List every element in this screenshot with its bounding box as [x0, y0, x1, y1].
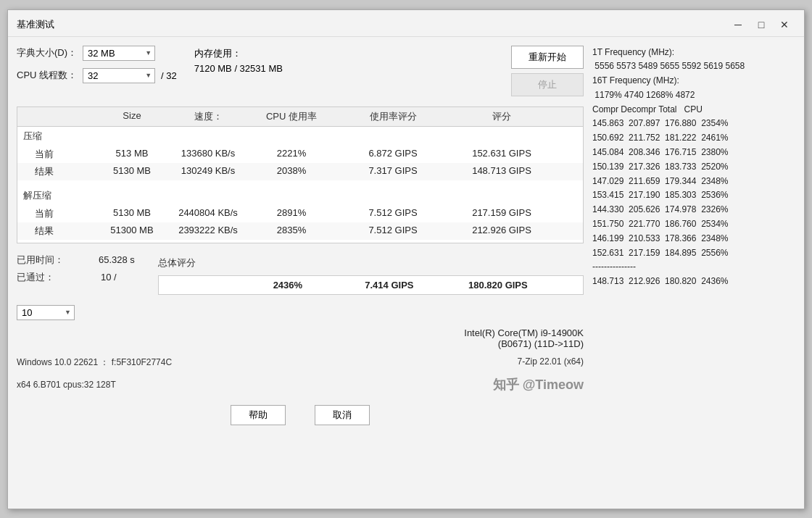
comp-result-cpu: 2038% [248, 165, 335, 178]
col-speed: 速度： [168, 110, 248, 123]
col-usage-rating: 使用率评分 [335, 110, 451, 123]
compression-header: 压缩 [17, 127, 583, 146]
total-usage-rating: 7.414 GIPS [331, 280, 447, 291]
col-headers: Compr Decompr Total CPU [592, 103, 795, 117]
col-rating: 评分 [451, 110, 552, 123]
bottom-buttons: 帮助 取消 [17, 405, 584, 425]
benchmark-row: 150.139 217.326 183.733 2520% [592, 160, 795, 175]
cpu-threads-select-wrapper: 32 16 8 [83, 68, 155, 83]
cpu-name: Intel(R) Core(TM) i9-14900K [17, 327, 584, 338]
decomp-result-size: 51300 MB [96, 225, 168, 238]
stop-button: 停止 [511, 73, 584, 96]
cpu-threads-group: CPU 线程数： 32 16 8 / 32 [17, 68, 177, 83]
window-controls: ─ □ ✕ [727, 16, 795, 33]
comp-result-speed: 130249 KB/s [168, 165, 248, 178]
benchmark-row: 145.863 207.897 176.880 2354% [592, 117, 795, 131]
cpu-name-area: Intel(R) Core(TM) i9-14900K (B0671) (11D… [17, 327, 584, 349]
os-info-row: Windows 10.0 22621 ： f:5F310F2774C 7-Zip… [17, 356, 584, 369]
passed-label: 已通过： [17, 271, 54, 284]
dict-select-wrapper: 32 MB 64 MB 128 MB [83, 46, 155, 61]
arch-row: x64 6.B701 cpus:32 128T 知乎 @Timeow [17, 376, 584, 393]
passed-stat: 已通过： 10 / [17, 271, 135, 284]
total-rating: 180.820 GIPS [447, 280, 549, 291]
help-button[interactable]: 帮助 [231, 405, 286, 425]
titlebar: 基准测试 ─ □ ✕ [8, 10, 804, 37]
comp-result-usage-rating: 7.317 GIPS [335, 165, 451, 178]
decomp-result-label: 结果 [23, 225, 96, 238]
right-data: 1T Frequency (MHz): 5556 5573 5489 5655 … [592, 46, 795, 290]
content-area: 字典大小(D)： 32 MB 64 MB 128 MB CPU 线程数： [8, 37, 804, 509]
benchmark-row: 152.631 217.159 184.895 2556% [592, 246, 795, 261]
decomp-result-usage-rating: 7.512 GIPS [335, 225, 451, 238]
freq-1t-values: 5556 5573 5489 5655 5592 5619 5658 [592, 59, 795, 74]
time-stat: 已用时间： 65.328 s [17, 254, 135, 267]
start-button[interactable]: 重新开始 [511, 46, 584, 69]
decomp-current-usage-rating: 7.512 GIPS [335, 207, 451, 220]
freq-16t-label: 16T Frequency (MHz): [592, 74, 795, 88]
comp-result-size: 5130 MB [96, 165, 168, 178]
watermark: 知乎 @Timeow [493, 376, 584, 393]
memory-label: 内存使用： [194, 47, 241, 60]
benchmark-row: 146.199 210.533 178.366 2348% [592, 232, 795, 246]
comp-current-size: 513 MB [96, 148, 168, 161]
maximize-button[interactable]: □ [750, 16, 772, 33]
decompression-header: 解压缩 [17, 186, 583, 205]
col-name [23, 110, 96, 123]
passed-select-wrapper: 10 5 3 [17, 305, 75, 320]
os-info: Windows 10.0 22621 ： f:5F310F2774C [17, 356, 172, 369]
decomp-current-speed: 2440804 KB/s [168, 207, 248, 220]
comp-result-rating: 148.713 GIPS [451, 165, 552, 178]
passed-select[interactable]: 10 5 3 [17, 305, 75, 320]
close-button[interactable]: ✕ [774, 16, 795, 33]
comp-current-cpu: 2221% [248, 148, 335, 161]
decomp-result-speed: 2393222 KB/s [168, 225, 248, 238]
app-version: 7-Zip 22.01 (x64) [518, 356, 584, 369]
time-label: 已用时间： [17, 254, 64, 267]
right-separator: --------------- [592, 260, 795, 275]
passed-value: 10 / [101, 272, 117, 283]
table-row: 结果 51300 MB 2393222 KB/s 2835% 7.512 GIP… [17, 222, 583, 240]
comp-current-usage-rating: 6.872 GIPS [335, 148, 451, 161]
benchmark-row: 145.084 208.346 176.715 2380% [592, 146, 795, 160]
total-cpu-usage: 2436% [244, 280, 331, 291]
freq-16t-values: 1179% 4740 1268% 4872 [592, 88, 795, 103]
time-value: 65.328 s [99, 254, 135, 265]
cpu-threads-label: CPU 线程数： [17, 69, 77, 82]
decomp-current-cpu: 2891% [248, 207, 335, 220]
dict-label: 字典大小(D)： [17, 46, 77, 59]
cpu-threads-max: / 32 [161, 70, 177, 81]
freq-1t-label: 1T Frequency (MHz): [592, 46, 795, 60]
total-score-row: 2436% 7.414 GIPS 180.820 GIPS [159, 276, 583, 294]
total-label: 总体评分 [158, 254, 584, 272]
window-title: 基准测试 [17, 18, 727, 31]
cancel-button[interactable]: 取消 [315, 405, 370, 425]
decomp-current-rating: 217.159 GIPS [451, 207, 552, 220]
decomp-current-size: 5130 MB [96, 207, 168, 220]
benchmark-row: 147.029 211.659 179.344 2348% [592, 175, 795, 189]
benchmark-row: 144.330 205.626 174.978 2326% [592, 203, 795, 217]
col-size: Size [96, 110, 168, 123]
minimize-button[interactable]: ─ [727, 16, 749, 33]
decomp-current-label: 当前 [23, 207, 96, 220]
table-row: 当前 513 MB 133680 KB/s 2221% 6.872 GIPS 1… [17, 146, 583, 163]
comp-current-speed: 133680 KB/s [168, 148, 248, 161]
benchmark-row: 151.750 221.770 186.760 2534% [592, 217, 795, 232]
comp-result-label: 结果 [23, 165, 96, 178]
cpu-threads-select[interactable]: 32 16 8 [83, 68, 155, 83]
decomp-result-cpu: 2835% [248, 225, 335, 238]
benchmark-rows: 145.863 207.897 176.880 2354%150.692 211… [592, 117, 795, 260]
cpu-detail: (B0671) (11D->11D) [17, 338, 584, 349]
arch-info: x64 6.B701 cpus:32 128T [17, 380, 116, 390]
main-window: 基准测试 ─ □ ✕ 字典大小(D)： 32 MB 64 MB [7, 9, 805, 509]
table-header-row: Size 速度： CPU 使用率 使用率评分 评分 [17, 107, 583, 127]
benchmark-row: 153.415 217.190 185.303 2536% [592, 188, 795, 203]
comp-current-label: 当前 [23, 148, 96, 161]
benchmark-table: Size 速度： CPU 使用率 使用率评分 评分 压缩 当前 513 MB 1… [17, 106, 584, 243]
memory-value: 7120 MB / 32531 MB [194, 63, 283, 74]
right-total: 148.713 212.926 180.820 2436% [592, 275, 795, 289]
comp-current-rating: 152.631 GIPS [451, 148, 552, 161]
benchmark-row: 150.692 211.752 181.222 2461% [592, 131, 795, 146]
table-row: 当前 5130 MB 2440804 KB/s 2891% 7.512 GIPS… [17, 205, 583, 222]
right-panel: 1T Frequency (MHz): 5556 5573 5489 5655 … [592, 46, 795, 500]
dict-size-select[interactable]: 32 MB 64 MB 128 MB [83, 46, 155, 61]
